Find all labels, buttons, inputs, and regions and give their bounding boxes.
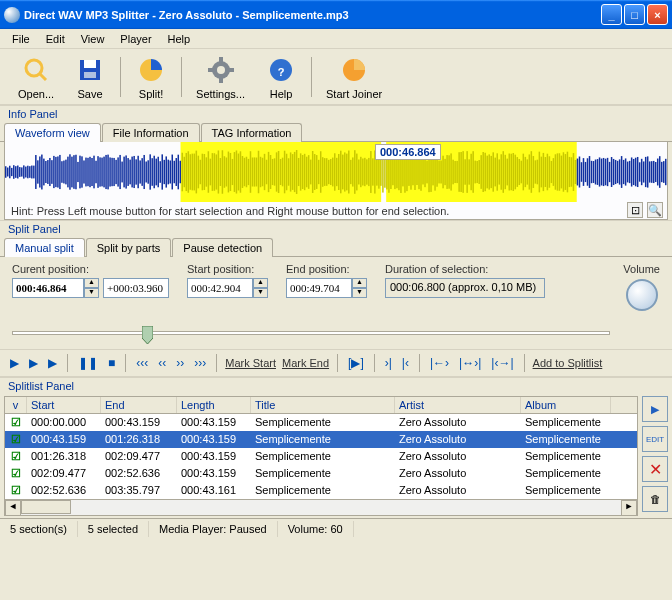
table-row[interactable]: ☑ 000:00.000000:43.159000:43.159 Semplic…	[5, 414, 637, 431]
svg-rect-265	[503, 151, 505, 193]
checkbox-icon[interactable]: ☑	[11, 416, 21, 428]
spin-up-icon[interactable]: ▲	[352, 278, 367, 288]
spin-up-icon[interactable]: ▲	[253, 278, 268, 288]
checkbox-icon[interactable]: ☑	[11, 484, 21, 496]
tab-waveform[interactable]: Waveform view	[4, 123, 101, 142]
stop-icon[interactable]: ■	[106, 355, 117, 371]
forward-fast-icon[interactable]: ›››	[192, 355, 208, 371]
menu-view[interactable]: View	[73, 31, 113, 47]
minimize-button[interactable]: _	[601, 4, 622, 25]
svg-rect-209	[390, 155, 392, 189]
delete-item-button[interactable]: ✕	[642, 456, 668, 482]
svg-rect-166	[304, 154, 306, 190]
play-icon[interactable]: ▶	[8, 355, 21, 371]
spin-down-icon[interactable]: ▼	[253, 288, 268, 298]
spin-up-icon[interactable]: ▲	[84, 278, 99, 288]
menu-edit[interactable]: Edit	[38, 31, 73, 47]
goto-start-icon[interactable]: [▶]	[346, 355, 366, 371]
table-row[interactable]: ☑ 000:43.159001:26.318000:43.159 Semplic…	[5, 431, 637, 448]
menu-player[interactable]: Player	[112, 31, 159, 47]
split-panel-label: Split Panel	[0, 220, 672, 237]
scroll-right-icon[interactable]: ►	[621, 500, 637, 516]
split-icon	[135, 54, 167, 86]
zoom-fit-icon[interactable]: ⊡	[627, 202, 643, 218]
svg-rect-192	[356, 154, 358, 191]
table-row[interactable]: ☑ 002:52.636003:35.797000:43.161 Semplic…	[5, 482, 637, 499]
svg-rect-154	[280, 159, 282, 185]
tab-tag-info[interactable]: TAG Information	[201, 123, 303, 142]
checkbox-icon[interactable]: ☑	[11, 450, 21, 462]
slider-thumb-icon[interactable]	[142, 326, 153, 344]
settings-button[interactable]: Settings...	[186, 52, 255, 102]
play-end-icon[interactable]: ▶	[46, 355, 59, 371]
forward-icon[interactable]: ››	[174, 355, 186, 371]
jump-prev-icon[interactable]: ›|	[383, 355, 394, 371]
checkbox-icon[interactable]: ☑	[11, 433, 21, 445]
snap-center-icon[interactable]: |↔›|	[457, 355, 483, 371]
svg-rect-283	[539, 152, 541, 193]
svg-rect-30	[31, 166, 33, 179]
col-start[interactable]: Start	[27, 397, 101, 413]
svg-rect-176	[324, 158, 326, 186]
tab-pause-detection[interactable]: Pause detection	[172, 238, 273, 257]
table-row[interactable]: ☑ 001:26.318002:09.477000:43.159 Semplic…	[5, 448, 637, 465]
svg-rect-150	[272, 159, 274, 185]
rewind-fast-icon[interactable]: ‹‹‹	[134, 355, 150, 371]
snap-left-icon[interactable]: |←›	[428, 355, 451, 371]
play-start-icon[interactable]: ▶	[27, 355, 40, 371]
start-joiner-button[interactable]: Start Joiner	[316, 52, 392, 102]
position-slider[interactable]	[12, 323, 660, 343]
play-item-button[interactable]: ▶	[642, 396, 668, 422]
clear-list-button[interactable]: 🗑	[642, 486, 668, 512]
tab-file-info[interactable]: File Information	[102, 123, 200, 142]
checkbox-icon[interactable]: ☑	[11, 467, 21, 479]
table-row[interactable]: ☑ 002:09.477002:52.636000:43.159 Semplic…	[5, 465, 637, 482]
maximize-button[interactable]: □	[624, 4, 645, 25]
svg-rect-233	[438, 161, 440, 184]
svg-rect-146	[264, 154, 266, 190]
start-position-input[interactable]	[187, 278, 253, 298]
svg-rect-88	[147, 160, 149, 183]
open-icon	[20, 54, 52, 86]
col-artist[interactable]: Artist	[395, 397, 521, 413]
end-position-input[interactable]	[286, 278, 352, 298]
save-button[interactable]: Save	[64, 52, 116, 102]
help-button[interactable]: ? Help	[255, 52, 307, 102]
jump-next-icon[interactable]: |‹	[400, 355, 411, 371]
tab-split-by-parts[interactable]: Split by parts	[86, 238, 172, 257]
svg-rect-244	[460, 152, 462, 192]
svg-rect-248	[468, 159, 470, 184]
svg-rect-38	[47, 160, 49, 184]
rewind-icon[interactable]: ‹‹	[156, 355, 168, 371]
spin-down-icon[interactable]: ▼	[84, 288, 99, 298]
close-button[interactable]: ×	[647, 4, 668, 25]
col-length[interactable]: Length	[177, 397, 251, 413]
pause-icon[interactable]: ❚❚	[76, 355, 100, 371]
menu-help[interactable]: Help	[160, 31, 199, 47]
tab-manual-split[interactable]: Manual split	[4, 238, 85, 257]
mark-start-button[interactable]: Mark Start	[225, 357, 276, 369]
svg-rect-320	[613, 159, 615, 185]
col-title[interactable]: Title	[251, 397, 395, 413]
svg-rect-299	[571, 157, 573, 186]
open-button[interactable]: Open...	[8, 52, 64, 102]
current-delta-input[interactable]	[103, 278, 169, 298]
volume-knob[interactable]	[626, 279, 658, 311]
current-position-input[interactable]	[12, 278, 84, 298]
split-button[interactable]: Split!	[125, 52, 177, 102]
edit-item-button[interactable]: EDIT	[642, 426, 668, 452]
zoom-in-icon[interactable]: 🔍	[647, 202, 663, 218]
col-check[interactable]: v	[5, 397, 27, 413]
svg-rect-182	[336, 158, 338, 186]
mark-end-button[interactable]: Mark End	[282, 357, 329, 369]
menu-file[interactable]: File	[4, 31, 38, 47]
spin-down-icon[interactable]: ▼	[352, 288, 367, 298]
svg-rect-39	[49, 158, 51, 186]
horizontal-scrollbar[interactable]: ◄ ►	[5, 499, 637, 515]
add-to-splitlist-button[interactable]: Add to Splitlist	[533, 357, 603, 369]
scroll-left-icon[interactable]: ◄	[5, 500, 21, 516]
waveform-view[interactable]: 000:46.864 Hint: Press Left mouse button…	[4, 142, 668, 220]
snap-right-icon[interactable]: |‹→|	[489, 355, 515, 371]
col-end[interactable]: End	[101, 397, 177, 413]
col-album[interactable]: Album	[521, 397, 611, 413]
